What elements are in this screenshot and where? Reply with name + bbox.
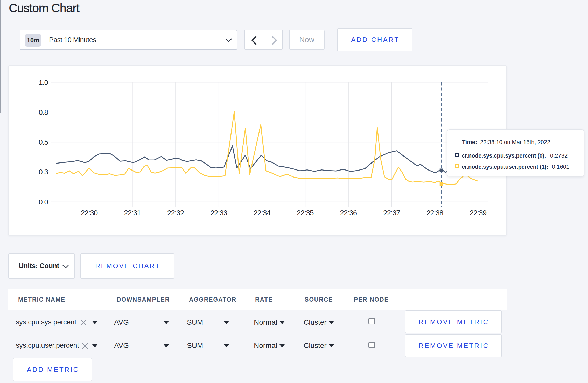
svg-text:22:30: 22:30 <box>81 209 98 217</box>
svg-text:0.8: 0.8 <box>39 108 48 116</box>
svg-text:22:38: 22:38 <box>426 209 443 217</box>
svg-text:22:39: 22:39 <box>470 209 486 217</box>
svg-text:22:33: 22:33 <box>211 209 227 217</box>
svg-text:0.5: 0.5 <box>39 138 48 146</box>
svg-text:22:31: 22:31 <box>124 209 141 217</box>
svg-text:22:32: 22:32 <box>167 209 184 217</box>
svg-text:0.0: 0.0 <box>39 198 48 206</box>
svg-text:22:36: 22:36 <box>340 209 357 217</box>
svg-text:1.0: 1.0 <box>39 79 48 87</box>
svg-text:22:34: 22:34 <box>254 209 270 217</box>
svg-text:22:37: 22:37 <box>383 209 400 217</box>
svg-text:0.3: 0.3 <box>39 168 48 176</box>
svg-text:22:35: 22:35 <box>297 209 314 217</box>
